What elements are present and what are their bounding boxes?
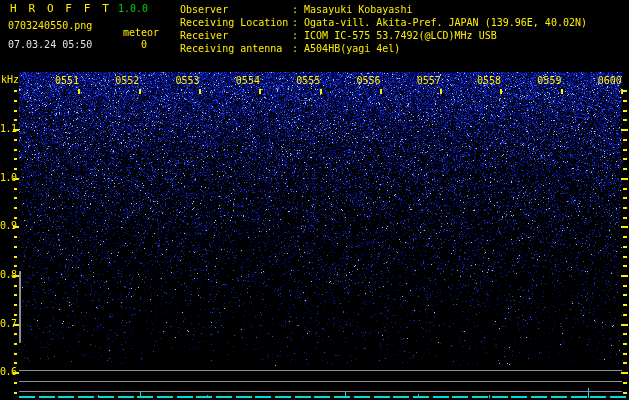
station-row-label: Observer (180, 3, 292, 16)
station-row-value: ICOM IC-575 53.7492(@LCD)MHz USB (304, 30, 497, 41)
app-version: 1.0.0 (118, 3, 148, 14)
station-row-separator: : (292, 4, 304, 15)
station-row: Receiver: ICOM IC-575 53.7492(@LCD)MHz U… (180, 29, 587, 42)
station-row: Receiving Location: Ogata-vill. Akita-Pr… (180, 16, 587, 29)
station-row: Observer: Masayuki Kobayashi (180, 3, 587, 16)
khz-axis-label: kHz (1, 74, 19, 85)
spectrogram-canvas (0, 0, 629, 400)
station-row-separator: : (292, 30, 304, 41)
time-tick-label: 0558 (477, 75, 501, 86)
time-tick-label: 0551 (55, 75, 79, 86)
time-tick-label: 0557 (417, 75, 441, 86)
meteor-count: 0 (141, 39, 147, 50)
freq-tick-label: 0.8 (0, 269, 13, 280)
freq-tick-label: 0.9 (0, 220, 13, 231)
station-row-value: Masayuki Kobayashi (304, 4, 412, 15)
time-tick-label: 0554 (236, 75, 260, 86)
mode-label: meteor (123, 27, 159, 38)
output-filename: 0703240550.png (8, 20, 92, 31)
freq-tick-label: 0.6 (0, 366, 13, 377)
time-tick-label: 0555 (296, 75, 320, 86)
station-row-separator: : (292, 43, 304, 54)
station-row-label: Receiver (180, 29, 292, 42)
station-row-label: Receiving Location (180, 16, 292, 29)
station-row-value: Ogata-vill. Akita-Pref. JAPAN (139.96E, … (304, 17, 587, 28)
time-tick-label: 0556 (356, 75, 380, 86)
freq-tick-label: 1.0 (0, 172, 13, 183)
station-row: Receiving antenna: A504HB(yagi 4el) (180, 42, 587, 55)
time-tick-label: 0559 (537, 75, 561, 86)
station-info: Observer: Masayuki KobayashiReceiving Lo… (180, 3, 587, 55)
station-row-value: A504HB(yagi 4el) (304, 43, 400, 54)
hrofft-window: H R O F F T 1.0.0 0703240550.png meteor … (0, 0, 629, 400)
station-row-label: Receiving antenna (180, 42, 292, 55)
station-row-separator: : (292, 17, 304, 28)
time-tick-label: 0552 (115, 75, 139, 86)
freq-tick-label: 1.1 (0, 123, 13, 134)
datetime-label: 07.03.24 05:50 (8, 39, 92, 50)
time-tick-label: 0600 (598, 75, 622, 86)
freq-tick-label: 0.7 (0, 318, 13, 329)
app-title: H R O F F T (10, 2, 111, 15)
time-tick-label: 0553 (176, 75, 200, 86)
